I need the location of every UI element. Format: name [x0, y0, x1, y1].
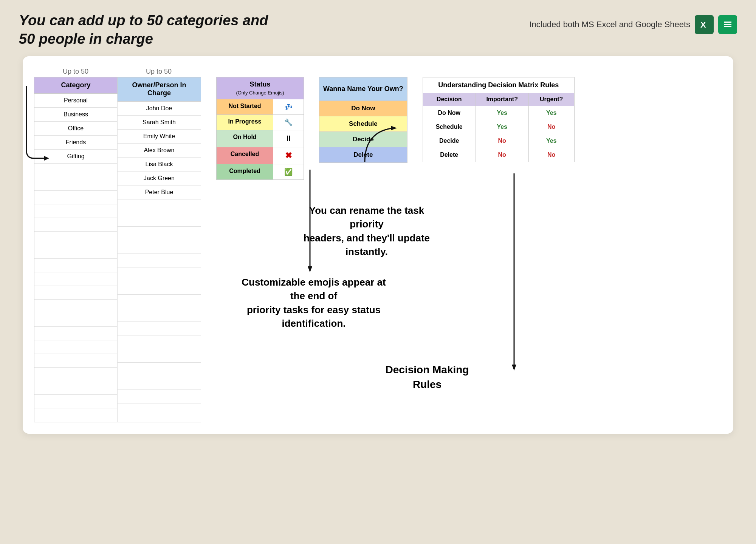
svg-rect-3 [724, 26, 731, 27]
category-business: Business [34, 108, 118, 121]
owner-0: John Doe [118, 102, 201, 115]
dd-decide-imp: No [476, 134, 529, 148]
owner-label: Up to 50 [117, 68, 200, 77]
category-header: Category [34, 77, 118, 94]
name-delete: Delete [319, 147, 407, 162]
dd-schedule-imp: Yes [476, 120, 529, 134]
status-cancelled-emoji: ✖ [273, 147, 304, 164]
dd-delete-imp: No [476, 148, 529, 162]
data-tables: Category Personal Business Office Friend… [34, 77, 201, 422]
svg-text:X: X [700, 20, 706, 29]
status-table: Status (Only Change Emojis) Not Started … [216, 77, 304, 180]
name-table: Wanna Name Your Own? Do Now Schedule Dec… [319, 77, 407, 163]
dd-schedule-urg: No [529, 120, 574, 134]
status-not-started-emoji: 💤 [273, 99, 304, 114]
dh-urgent: Urgent? [529, 93, 574, 106]
category-personal: Personal [34, 94, 118, 107]
excel-badge: X [695, 15, 714, 34]
owner-4: Lisa Black [118, 158, 201, 171]
headline-line2: 50 people in charge [19, 30, 268, 48]
dd-do-now: Do Now [423, 106, 476, 120]
decision-matrix: Understanding Decision Matrix Rules Deci… [423, 77, 575, 162]
sheets-badge [718, 15, 737, 34]
status-in-progress: In Progress [217, 115, 273, 130]
software-label: Included both MS Excel and Google Sheets [529, 20, 690, 29]
dd-schedule: Schedule [423, 120, 476, 134]
category-friends: Friends [34, 136, 118, 149]
name-header: Wanna Name Your Own? [319, 77, 407, 101]
status-in-progress-emoji: 🔧 [273, 115, 304, 130]
svg-rect-1 [724, 22, 731, 23]
dd-do-now-urg: Yes [529, 106, 574, 120]
owner-header: Owner/Person In Charge [118, 77, 201, 102]
decision-annotation: Decision Making Rules [378, 362, 476, 392]
status-completed: Completed [217, 164, 273, 179]
status-on-hold: On Hold [217, 130, 273, 147]
owner-5: Jack Green [118, 172, 201, 185]
dd-decide-urg: Yes [529, 134, 574, 148]
status-cancelled: Cancelled [217, 147, 273, 164]
rename-annotation: You can rename the task priorityheaders,… [299, 204, 435, 259]
dd-delete: Delete [423, 148, 476, 162]
name-do-now: Do Now [319, 101, 407, 116]
category-office: Office [34, 122, 118, 135]
dh-decision: Decision [423, 93, 476, 106]
category-label: Up to 50 [34, 68, 117, 77]
status-not-started: Not Started [217, 99, 273, 114]
emoji-annotation: Customizable emojis appear at the end of… [234, 275, 393, 331]
dd-delete-urg: No [529, 148, 574, 162]
headline: You can add up to 50 categories and 50 p… [19, 11, 268, 49]
owner-2: Emily White [118, 130, 201, 143]
name-schedule: Schedule [319, 116, 407, 132]
dd-decide: Decide [423, 134, 476, 148]
decision-matrix-title: Understanding Decision Matrix Rules [423, 77, 575, 93]
main-card: Up to 50 Up to 50 Category Personal Busi… [23, 56, 733, 434]
status-on-hold-emoji: ⏸ [273, 130, 304, 147]
status-completed-emoji: ✅ [273, 164, 304, 179]
owner-6: Peter Blue [118, 185, 201, 199]
svg-rect-2 [724, 24, 731, 25]
status-header: Status (Only Change Emojis) [216, 77, 304, 99]
dh-important: Important? [476, 93, 529, 106]
name-decide: Decide [319, 132, 407, 147]
owner-3: Alex Brown [118, 144, 201, 157]
category-gifting: Gifting [34, 150, 118, 163]
owner-1: Sarah Smith [118, 116, 201, 129]
headline-line1: You can add up to 50 categories and [19, 11, 268, 30]
dd-do-now-imp: Yes [476, 106, 529, 120]
